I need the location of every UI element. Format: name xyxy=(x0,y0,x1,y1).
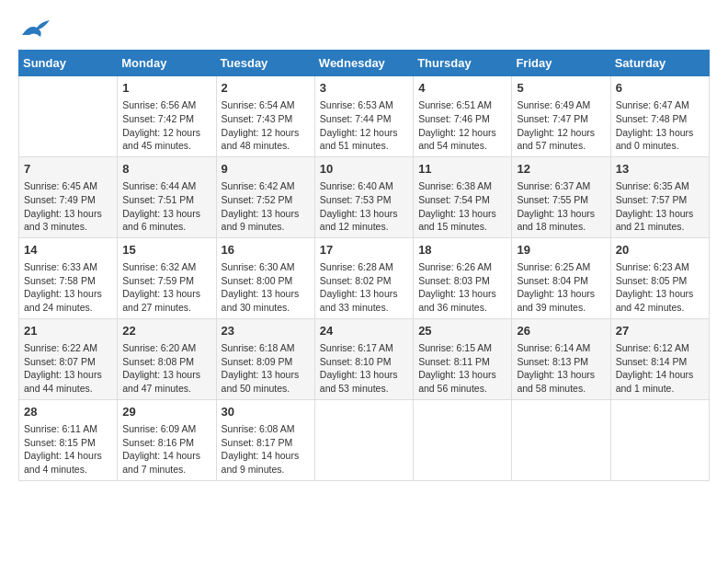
day-number: 20 xyxy=(616,242,704,259)
day-info: Sunrise: 6:37 AM Sunset: 7:55 PM Dayligh… xyxy=(517,179,605,234)
calendar-cell: 21Sunrise: 6:22 AM Sunset: 8:07 PM Dayli… xyxy=(19,318,118,399)
day-number: 23 xyxy=(222,323,310,339)
calendar-cell xyxy=(414,399,512,480)
calendar-cell: 12Sunrise: 6:37 AM Sunset: 7:55 PM Dayli… xyxy=(512,156,610,237)
day-number: 3 xyxy=(320,80,408,97)
header-row: SundayMondayTuesdayWednesdayThursdayFrid… xyxy=(19,51,710,76)
header-cell-friday: Friday xyxy=(512,51,610,76)
calendar-cell: 25Sunrise: 6:15 AM Sunset: 8:11 PM Dayli… xyxy=(414,318,512,399)
calendar-cell: 6Sunrise: 6:47 AM Sunset: 7:48 PM Daylig… xyxy=(610,76,709,157)
day-info: Sunrise: 6:35 AM Sunset: 7:57 PM Dayligh… xyxy=(616,179,704,234)
day-number: 2 xyxy=(222,80,310,97)
day-info: Sunrise: 6:53 AM Sunset: 7:44 PM Dayligh… xyxy=(320,98,408,153)
header-cell-thursday: Thursday xyxy=(414,51,512,76)
day-info: Sunrise: 6:09 AM Sunset: 8:16 PM Dayligh… xyxy=(122,422,210,477)
calendar-cell: 11Sunrise: 6:38 AM Sunset: 7:54 PM Dayli… xyxy=(414,156,512,237)
day-info: Sunrise: 6:11 AM Sunset: 8:15 PM Dayligh… xyxy=(24,422,112,477)
day-info: Sunrise: 6:17 AM Sunset: 8:10 PM Dayligh… xyxy=(320,341,408,396)
day-number: 6 xyxy=(616,80,704,97)
day-info: Sunrise: 6:40 AM Sunset: 7:53 PM Dayligh… xyxy=(320,179,408,234)
day-number: 5 xyxy=(517,80,605,97)
day-info: Sunrise: 6:12 AM Sunset: 8:14 PM Dayligh… xyxy=(616,341,704,396)
day-info: Sunrise: 6:25 AM Sunset: 8:04 PM Dayligh… xyxy=(517,260,605,315)
calendar-cell: 8Sunrise: 6:44 AM Sunset: 7:51 PM Daylig… xyxy=(118,156,216,237)
calendar-cell: 15Sunrise: 6:32 AM Sunset: 7:59 PM Dayli… xyxy=(118,237,216,318)
day-number: 1 xyxy=(122,80,210,97)
day-number: 10 xyxy=(320,161,408,178)
day-info: Sunrise: 6:54 AM Sunset: 7:43 PM Dayligh… xyxy=(222,98,310,153)
day-number: 19 xyxy=(517,242,605,259)
day-number: 22 xyxy=(122,323,210,339)
calendar-week-1: 1Sunrise: 6:56 AM Sunset: 7:42 PM Daylig… xyxy=(19,76,710,157)
day-number: 24 xyxy=(320,323,408,339)
calendar-cell: 26Sunrise: 6:14 AM Sunset: 8:13 PM Dayli… xyxy=(512,318,610,399)
calendar-cell xyxy=(314,399,413,480)
calendar-cell: 19Sunrise: 6:25 AM Sunset: 8:04 PM Dayli… xyxy=(512,237,610,318)
day-number: 29 xyxy=(122,404,210,420)
calendar-cell: 14Sunrise: 6:33 AM Sunset: 7:58 PM Dayli… xyxy=(19,237,118,318)
calendar-cell xyxy=(512,399,610,480)
day-info: Sunrise: 6:22 AM Sunset: 8:07 PM Dayligh… xyxy=(24,341,112,396)
calendar-cell: 18Sunrise: 6:26 AM Sunset: 8:03 PM Dayli… xyxy=(414,237,512,318)
day-info: Sunrise: 6:32 AM Sunset: 7:59 PM Dayligh… xyxy=(122,260,210,315)
day-number: 14 xyxy=(24,242,112,259)
day-info: Sunrise: 6:38 AM Sunset: 7:54 PM Dayligh… xyxy=(418,179,506,234)
calendar-cell xyxy=(610,399,709,480)
logo-bird-icon xyxy=(22,18,50,40)
calendar-cell: 20Sunrise: 6:23 AM Sunset: 8:05 PM Dayli… xyxy=(610,237,709,318)
calendar-cell: 29Sunrise: 6:09 AM Sunset: 8:16 PM Dayli… xyxy=(118,399,216,480)
day-number: 18 xyxy=(418,242,506,259)
day-number: 25 xyxy=(418,323,506,339)
calendar-cell: 3Sunrise: 6:53 AM Sunset: 7:44 PM Daylig… xyxy=(314,76,413,157)
day-info: Sunrise: 6:30 AM Sunset: 8:00 PM Dayligh… xyxy=(222,260,310,315)
day-number: 8 xyxy=(122,161,210,178)
calendar-cell: 10Sunrise: 6:40 AM Sunset: 7:53 PM Dayli… xyxy=(314,156,413,237)
calendar-cell: 27Sunrise: 6:12 AM Sunset: 8:14 PM Dayli… xyxy=(610,318,709,399)
calendar-cell xyxy=(19,76,118,157)
day-number: 12 xyxy=(517,161,605,178)
calendar-cell: 7Sunrise: 6:45 AM Sunset: 7:49 PM Daylig… xyxy=(19,156,118,237)
calendar-cell: 22Sunrise: 6:20 AM Sunset: 8:08 PM Dayli… xyxy=(118,318,216,399)
day-info: Sunrise: 6:56 AM Sunset: 7:42 PM Dayligh… xyxy=(122,98,210,153)
calendar-cell: 16Sunrise: 6:30 AM Sunset: 8:00 PM Dayli… xyxy=(216,237,314,318)
day-info: Sunrise: 6:45 AM Sunset: 7:49 PM Dayligh… xyxy=(24,179,112,234)
day-number: 27 xyxy=(616,323,704,339)
day-info: Sunrise: 6:28 AM Sunset: 8:02 PM Dayligh… xyxy=(320,260,408,315)
header-cell-tuesday: Tuesday xyxy=(216,51,314,76)
day-info: Sunrise: 6:42 AM Sunset: 7:52 PM Dayligh… xyxy=(222,179,310,234)
calendar-cell: 9Sunrise: 6:42 AM Sunset: 7:52 PM Daylig… xyxy=(216,156,314,237)
day-number: 9 xyxy=(222,161,310,178)
header-cell-monday: Monday xyxy=(118,51,216,76)
calendar-cell: 17Sunrise: 6:28 AM Sunset: 8:02 PM Dayli… xyxy=(314,237,413,318)
calendar-cell: 28Sunrise: 6:11 AM Sunset: 8:15 PM Dayli… xyxy=(19,399,118,480)
day-number: 21 xyxy=(24,323,112,339)
calendar-cell: 23Sunrise: 6:18 AM Sunset: 8:09 PM Dayli… xyxy=(216,318,314,399)
header-cell-saturday: Saturday xyxy=(610,51,709,76)
calendar-week-4: 21Sunrise: 6:22 AM Sunset: 8:07 PM Dayli… xyxy=(19,318,710,399)
day-info: Sunrise: 6:15 AM Sunset: 8:11 PM Dayligh… xyxy=(418,341,506,396)
day-info: Sunrise: 6:51 AM Sunset: 7:46 PM Dayligh… xyxy=(418,98,506,153)
day-number: 30 xyxy=(222,404,310,420)
calendar-cell: 2Sunrise: 6:54 AM Sunset: 7:43 PM Daylig… xyxy=(216,76,314,157)
calendar-cell: 24Sunrise: 6:17 AM Sunset: 8:10 PM Dayli… xyxy=(314,318,413,399)
logo xyxy=(18,18,50,40)
day-info: Sunrise: 6:44 AM Sunset: 7:51 PM Dayligh… xyxy=(122,179,210,234)
header-cell-sunday: Sunday xyxy=(19,51,118,76)
day-info: Sunrise: 6:20 AM Sunset: 8:08 PM Dayligh… xyxy=(122,341,210,396)
day-info: Sunrise: 6:18 AM Sunset: 8:09 PM Dayligh… xyxy=(222,341,310,396)
day-number: 7 xyxy=(24,161,112,178)
calendar-table: SundayMondayTuesdayWednesdayThursdayFrid… xyxy=(18,50,710,481)
day-number: 13 xyxy=(616,161,704,178)
day-info: Sunrise: 6:26 AM Sunset: 8:03 PM Dayligh… xyxy=(418,260,506,315)
calendar-week-3: 14Sunrise: 6:33 AM Sunset: 7:58 PM Dayli… xyxy=(19,237,710,318)
calendar-cell: 13Sunrise: 6:35 AM Sunset: 7:57 PM Dayli… xyxy=(610,156,709,237)
day-number: 17 xyxy=(320,242,408,259)
day-info: Sunrise: 6:47 AM Sunset: 7:48 PM Dayligh… xyxy=(616,98,704,153)
day-number: 28 xyxy=(24,404,112,420)
day-number: 11 xyxy=(418,161,506,178)
calendar-week-2: 7Sunrise: 6:45 AM Sunset: 7:49 PM Daylig… xyxy=(19,156,710,237)
day-info: Sunrise: 6:23 AM Sunset: 8:05 PM Dayligh… xyxy=(616,260,704,315)
calendar-cell: 4Sunrise: 6:51 AM Sunset: 7:46 PM Daylig… xyxy=(414,76,512,157)
day-info: Sunrise: 6:08 AM Sunset: 8:17 PM Dayligh… xyxy=(222,422,310,477)
day-info: Sunrise: 6:14 AM Sunset: 8:13 PM Dayligh… xyxy=(517,341,605,396)
